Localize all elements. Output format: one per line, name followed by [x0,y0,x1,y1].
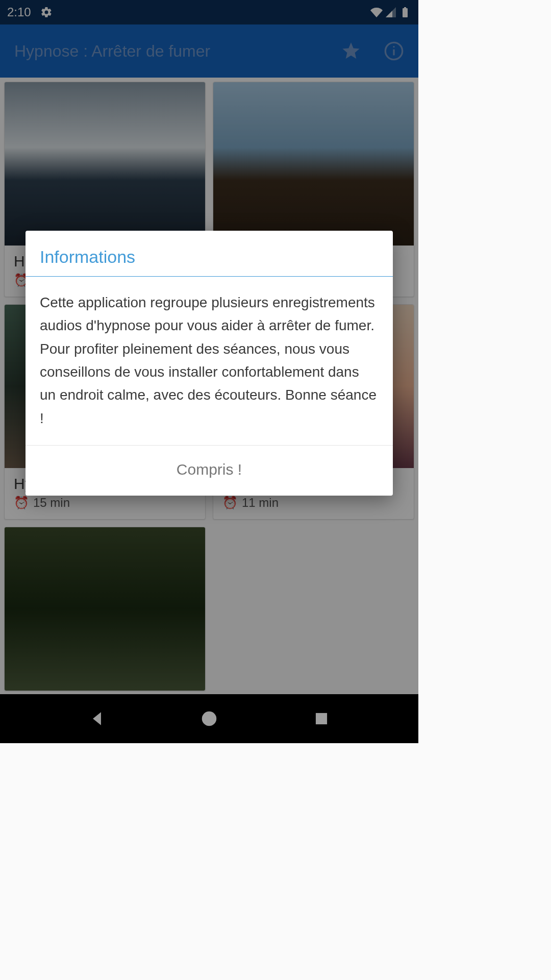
info-dialog: Informations Cette application regroupe … [26,231,393,496]
home-button[interactable] [199,709,219,728]
dialog-body: Cette application regroupe plusieurs enr… [26,277,393,446]
android-nav-bar [0,694,418,743]
recent-button[interactable] [312,709,331,728]
back-button[interactable] [87,709,107,728]
svg-point-3 [202,712,217,726]
svg-rect-4 [316,713,327,724]
dialog-title: Informations [26,231,393,276]
dialog-confirm-button[interactable]: Compris ! [26,446,393,496]
